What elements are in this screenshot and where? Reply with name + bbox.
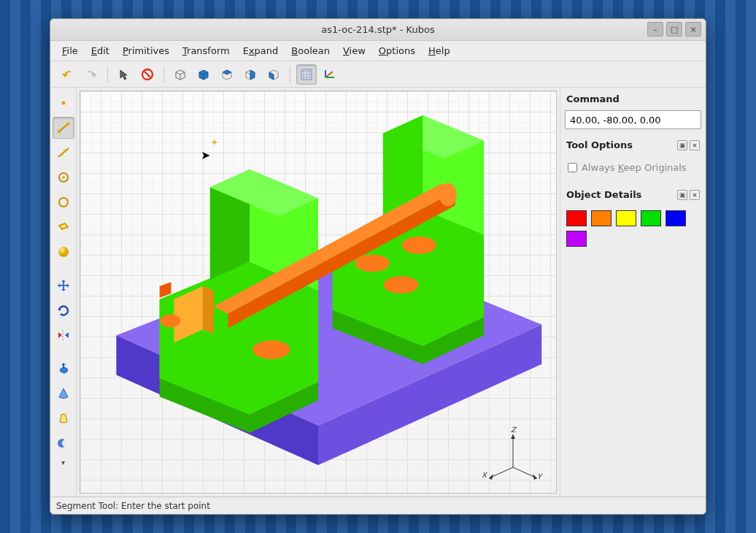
pointer-button[interactable] [114, 64, 134, 85]
svg-line-16 [58, 148, 69, 157]
extrude-tool[interactable] [53, 358, 74, 380]
panel-detach-icon-2[interactable]: ▣ [677, 190, 687, 200]
grid-toggle-button[interactable] [296, 64, 317, 85]
svg-point-15 [66, 123, 69, 126]
swatch-yellow[interactable] [616, 210, 636, 226]
menu-edit[interactable]: Edit [85, 43, 115, 58]
menu-transform[interactable]: Transform [177, 43, 236, 58]
svg-point-36 [355, 255, 389, 272]
view-iso-button[interactable] [240, 64, 261, 85]
rotate-tool[interactable] [53, 299, 74, 321]
swatch-red[interactable] [566, 210, 587, 226]
svg-point-23 [58, 247, 69, 257]
origin-axes-button[interactable] [320, 64, 340, 85]
toolbar-left: ▾ [50, 88, 77, 496]
svg-point-48 [161, 315, 181, 328]
menu-options[interactable]: Options [373, 43, 421, 58]
toolbar-top [50, 61, 706, 88]
axis-gizmo: Z X Y [480, 427, 546, 486]
color-swatches [565, 206, 701, 251]
menu-file[interactable]: File [56, 43, 84, 58]
menu-view[interactable]: View [337, 43, 371, 58]
loft-tool[interactable] [53, 407, 74, 429]
axis-z-label: Z [511, 426, 516, 434]
svg-line-1 [144, 72, 150, 77]
boolean-sub-tool[interactable] [53, 432, 74, 454]
svg-point-38 [384, 276, 418, 294]
command-panel-title: Command [565, 91, 701, 107]
svg-point-3 [303, 71, 304, 72]
side-panels: Command Tool Options ▣× Always Keep Orig… [560, 88, 706, 496]
line-tool[interactable] [53, 142, 74, 164]
maximize-button[interactable]: □ [666, 22, 682, 37]
menu-expand[interactable]: Expand [237, 43, 285, 58]
view-wire-button[interactable] [170, 64, 190, 85]
move-tool[interactable] [53, 275, 74, 296]
swatch-green[interactable] [641, 210, 661, 226]
rect-tool[interactable] [53, 216, 74, 238]
mirror-tool[interactable] [53, 324, 74, 346]
svg-point-4 [306, 71, 307, 72]
svg-point-14 [57, 130, 61, 134]
svg-point-37 [402, 237, 436, 254]
redo-button[interactable] [81, 64, 101, 85]
svg-point-22 [66, 199, 69, 202]
status-text: Segment Tool: Enter the start point [56, 501, 210, 511]
swatch-magenta[interactable] [566, 231, 587, 247]
menu-boolean[interactable]: Boolean [285, 43, 336, 58]
view-side-button[interactable] [263, 64, 284, 85]
view-top-button[interactable] [217, 64, 237, 85]
svg-marker-47 [203, 286, 214, 334]
circle-tool[interactable] [53, 166, 74, 188]
object-details-title: Object Details ▣× [565, 186, 701, 203]
svg-point-20 [62, 176, 65, 179]
segment-tool[interactable] [53, 117, 74, 139]
sphere-tool[interactable] [53, 241, 74, 263]
svg-line-13 [59, 124, 68, 131]
svg-point-11 [309, 77, 310, 78]
command-input[interactable] [565, 110, 701, 129]
close-button[interactable]: × [685, 22, 701, 37]
more-tools-icon[interactable]: ▾ [61, 459, 65, 467]
svg-point-9 [303, 77, 304, 78]
titlebar: as1-oc-214.stp* - Kubos – □ × [50, 19, 706, 41]
panel-close-icon-2[interactable]: × [690, 190, 700, 200]
svg-point-5 [309, 71, 310, 72]
tool-options-title: Tool Options ▣× [565, 137, 701, 153]
menu-primitives[interactable]: Primitives [117, 43, 175, 58]
panel-close-icon[interactable]: × [690, 140, 700, 150]
svg-point-17 [61, 153, 63, 156]
axis-x-label: X [482, 471, 487, 479]
viewport-3d[interactable]: ✦ ➤ [80, 91, 557, 494]
statusbar: Segment Tool: Enter the start point [50, 496, 706, 514]
svg-point-45 [252, 340, 290, 359]
point-tool[interactable] [53, 92, 74, 114]
app-window: as1-oc-214.stp* - Kubos – □ × File Edit … [50, 18, 706, 515]
svg-point-12 [61, 101, 65, 105]
axis-y-label: Y [537, 472, 541, 480]
menubar: File Edit Primitives Transform Expand Bo… [50, 41, 706, 61]
always-keep-checkbox-row[interactable]: Always Keep Originals [565, 156, 701, 179]
cursor-icon: ➤ [201, 148, 210, 162]
svg-point-18 [63, 150, 66, 153]
window-title: as1-oc-214.stp* - Kubos [321, 24, 434, 35]
svg-point-52 [439, 183, 457, 207]
circle3p-tool[interactable] [53, 191, 74, 213]
svg-point-25 [62, 440, 69, 447]
svg-point-6 [303, 74, 304, 75]
minimize-button[interactable]: – [647, 22, 663, 37]
swatch-orange[interactable] [591, 210, 612, 226]
stop-button[interactable] [137, 64, 158, 85]
view-front-button[interactable] [193, 64, 214, 85]
svg-point-8 [309, 74, 310, 75]
undo-button[interactable] [58, 64, 78, 85]
svg-point-10 [306, 77, 307, 78]
swatch-blue[interactable] [666, 210, 686, 226]
always-keep-checkbox[interactable] [568, 163, 577, 172]
cone-tool[interactable] [53, 383, 74, 404]
snap-indicator-icon: ✦ [210, 137, 219, 148]
svg-point-7 [306, 74, 307, 75]
menu-help[interactable]: Help [423, 43, 456, 58]
panel-detach-icon[interactable]: ▣ [677, 140, 687, 150]
